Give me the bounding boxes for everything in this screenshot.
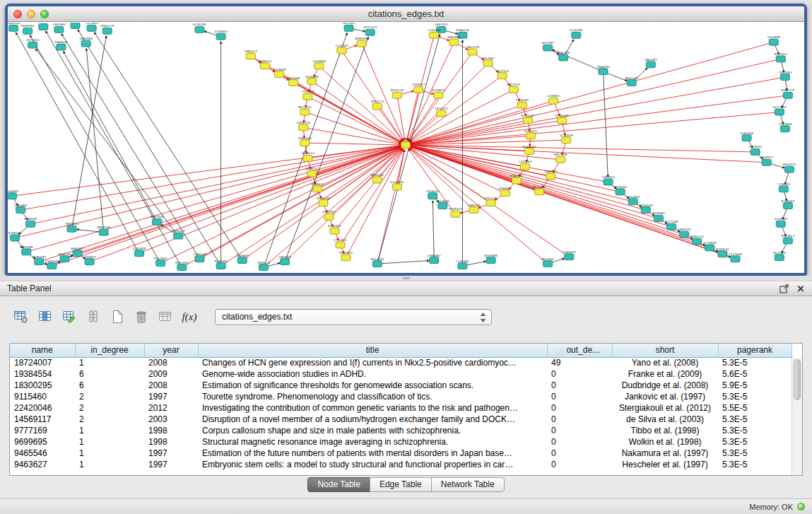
network-node[interactable] [73,250,82,257]
network-node[interactable] [216,263,225,269]
table-settings-icon[interactable] [11,308,31,326]
tab-node-table[interactable]: Node Table [307,477,370,492]
network-node[interactable] [641,207,650,214]
import-table-icon[interactable] [155,308,175,326]
network-node[interactable] [458,263,467,269]
cell-pagerank[interactable]: 5.3E-5 [718,414,792,425]
network-node[interactable] [300,109,310,115]
table-row[interactable]: 969969511998Structural magnetic resonanc… [10,436,792,448]
table-row[interactable]: 946554611997Estimation of the future num… [10,448,792,459]
cell-short[interactable]: de Silva et al. (2003) [612,414,718,425]
network-node[interactable] [599,69,608,75]
cell-in_degree[interactable]: 1 [75,425,144,436]
network-node[interactable] [779,186,788,192]
network-node[interactable] [437,110,446,117]
panel-splitter[interactable] [0,276,812,281]
network-node[interactable] [784,166,794,173]
network-node[interactable] [246,53,255,59]
network-node[interactable] [520,163,529,170]
network-node[interactable] [572,32,581,38]
cell-out_de[interactable]: 0 [547,402,612,414]
cell-out_de[interactable]: 0 [547,448,612,459]
network-node[interactable] [783,203,792,209]
column-header-title[interactable]: title [198,344,547,357]
cell-out_de[interactable]: 0 [547,368,612,380]
network-node[interactable] [9,25,18,31]
network-node[interactable] [260,63,269,69]
edit-table-icon[interactable] [59,308,79,326]
cell-name[interactable]: 9699695 [10,436,75,448]
network-node[interactable] [26,221,35,227]
network-node[interactable] [39,23,48,30]
network-node[interactable] [307,78,317,85]
cell-title[interactable]: Tourette syndrome. Phenomenology and cla… [198,391,547,402]
cell-out_de[interactable]: 0 [547,391,612,402]
network-node[interactable] [85,259,94,265]
delete-table-icon[interactable] [131,308,151,326]
network-node[interactable] [524,148,534,154]
network-node[interactable] [57,44,66,50]
network-node[interactable] [762,159,771,165]
cell-in_degree[interactable]: 2 [75,391,144,402]
cell-name[interactable]: 9465546 [10,448,75,459]
network-node[interactable] [498,73,507,79]
network-node[interactable] [438,203,447,209]
cell-year[interactable]: 1998 [144,436,198,448]
network-node[interactable] [319,200,328,206]
cell-name[interactable]: 22420046 [10,402,75,414]
network-node[interactable] [299,124,308,131]
cell-out_de[interactable]: 0 [547,380,612,391]
network-node[interactable] [357,40,366,47]
network-node[interactable] [259,264,268,271]
cell-title[interactable]: Changes of HCN gene expression and I(f) … [198,357,547,368]
network-node[interactable] [783,238,792,244]
network-node[interactable] [428,193,437,199]
cell-short[interactable]: Dudbridge et al. (2008) [612,380,718,391]
network-node[interactable] [195,26,204,33]
network-node[interactable] [67,226,76,232]
cell-in_degree[interactable]: 6 [75,380,144,391]
cell-pagerank[interactable]: 5.5E-5 [718,402,792,414]
column-header-year[interactable]: year [144,344,198,357]
cell-name[interactable]: 9115460 [10,391,75,402]
column-header-short[interactable]: short [612,344,718,357]
cell-year[interactable]: 1997 [144,391,198,402]
network-node[interactable] [195,256,204,262]
network-node[interactable] [81,40,90,47]
network-node[interactable] [780,126,789,132]
table-selector-combobox[interactable]: citations_edges.txt [215,309,492,325]
network-node[interactable] [134,250,143,257]
cell-pagerank[interactable]: 5.3E-5 [718,391,792,402]
network-node[interactable] [718,251,727,257]
network-node[interactable] [60,256,69,262]
cell-year[interactable]: 2008 [144,357,198,368]
network-node[interactable] [336,242,345,248]
column-header-name[interactable]: name [10,344,75,357]
cell-pagerank[interactable]: 5.6E-5 [718,368,792,380]
minimize-window-button[interactable] [27,10,35,18]
network-node[interactable] [500,190,510,197]
table-row[interactable]: 911546021997Tourette syndrome. Phenomeno… [10,391,792,402]
splitter-handle-icon[interactable] [403,277,410,279]
network-node[interactable] [281,259,290,265]
cell-out_de[interactable]: 0 [547,425,612,436]
cell-title[interactable]: Embryonic stem cells: a model to study s… [198,459,547,470]
cell-short[interactable]: Nakamura et al. (1997) [612,448,718,459]
network-node[interactable] [731,256,740,262]
network-node[interactable] [565,254,574,260]
network-node[interactable] [451,211,460,217]
table-row[interactable]: 1456911722003Disruption of a novel membe… [10,414,792,425]
cell-short[interactable]: Yano et al. (2008) [612,357,718,368]
network-node[interactable] [486,257,495,264]
column-header-out_de[interactable]: △out_de… [547,344,612,357]
network-node[interactable] [23,28,33,34]
network-node[interactable] [324,214,334,220]
network-node[interactable] [449,39,459,45]
cell-title[interactable]: Estimation of significance thresholds fo… [198,380,547,391]
network-node[interactable] [628,199,637,205]
network-node[interactable] [372,177,382,183]
cell-pagerank[interactable]: 5.3E-5 [718,425,792,436]
network-node[interactable] [313,186,322,192]
table-vertical-scrollbar[interactable] [792,358,802,475]
network-node[interactable] [523,117,532,124]
